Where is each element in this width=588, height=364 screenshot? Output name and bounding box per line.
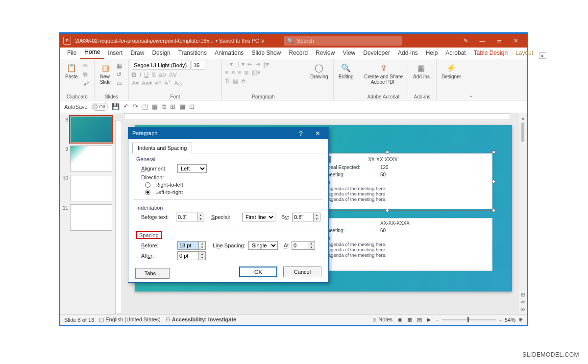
- grow-font-button[interactable]: A^: [155, 80, 162, 87]
- layout-icon[interactable]: ▦: [115, 62, 123, 70]
- at-input[interactable]: [292, 241, 308, 250]
- adobe-pdf-button[interactable]: ⇪Create and Share Adobe PDF: [362, 61, 405, 86]
- cut-icon[interactable]: ✂: [82, 62, 91, 70]
- notes-button[interactable]: ≣ Notes: [372, 316, 392, 323]
- next-slide-icon[interactable]: ≫: [520, 307, 525, 312]
- cancel-button[interactable]: Cancel: [283, 267, 321, 277]
- zoom-percent[interactable]: 54%: [505, 317, 515, 323]
- thumbnail-10[interactable]: [70, 175, 112, 201]
- highlight-button[interactable]: Aa▾: [142, 80, 152, 87]
- close-button[interactable]: ✕: [507, 38, 524, 44]
- prev-slide-icon[interactable]: ≪: [520, 299, 525, 305]
- search-box[interactable]: 🔍 Search: [284, 36, 402, 46]
- language-indicator[interactable]: ▢ English (United States): [99, 316, 161, 323]
- redo-icon[interactable]: ↷: [133, 103, 138, 110]
- tab-home[interactable]: Home: [80, 47, 104, 59]
- zoom-in-icon[interactable]: +: [499, 317, 502, 323]
- tabs-button[interactable]: Tabs...: [135, 268, 170, 279]
- align-center-button[interactable]: ≡: [231, 69, 235, 76]
- designer-button[interactable]: ⚡Designer: [440, 61, 463, 80]
- thumbnail-8[interactable]: [70, 116, 112, 143]
- normal-view-icon[interactable]: ▣: [397, 316, 402, 323]
- tab-draw[interactable]: Draw: [126, 48, 148, 59]
- dialog-titlebar[interactable]: Paragraph ? ✕: [128, 127, 328, 139]
- spacing-before-input[interactable]: [177, 241, 199, 250]
- zoom-control[interactable]: − + 54% ⊕: [436, 316, 523, 323]
- slide-counter[interactable]: Slide 8 of 13: [64, 317, 94, 323]
- drawing-button[interactable]: ◯Drawing: [308, 61, 330, 80]
- save-state[interactable]: • Saved to this PC ∨: [216, 38, 265, 44]
- align-text-button[interactable]: ▤: [233, 77, 238, 84]
- char-spacing-button[interactable]: AV: [169, 71, 177, 78]
- sorter-view-icon[interactable]: ▦: [407, 316, 412, 323]
- bold-button[interactable]: B: [132, 71, 136, 78]
- tab-slideshow[interactable]: Slide Show: [247, 48, 285, 59]
- fit-slide-icon[interactable]: ⊞: [521, 292, 525, 297]
- italic-button[interactable]: I: [139, 71, 141, 78]
- special-select[interactable]: First line: [242, 213, 275, 221]
- tab-developer[interactable]: Developer: [359, 48, 394, 59]
- slideshow-view-icon[interactable]: ▶: [427, 316, 431, 323]
- scroll-up-icon[interactable]: ▴: [522, 115, 524, 121]
- ribbon-overflow-icon[interactable]: ▸: [539, 52, 546, 59]
- clear-format-button[interactable]: A◇: [174, 80, 182, 87]
- by-spinner[interactable]: ▲▼: [314, 213, 320, 221]
- vertical-scrollbar[interactable]: ▴ ⊞ ≪ ≫: [519, 113, 527, 314]
- align-left-button[interactable]: ≡: [225, 69, 228, 76]
- smartart-button[interactable]: ⬘: [241, 77, 245, 84]
- at-spinner[interactable]: ▲▼: [308, 241, 315, 250]
- tab-transitions[interactable]: Transitions: [174, 48, 211, 59]
- by-input[interactable]: [292, 213, 314, 221]
- spacing-after-input[interactable]: [177, 251, 199, 260]
- font-family-input[interactable]: [132, 61, 191, 70]
- qat-icon-5[interactable]: ▦: [179, 103, 185, 110]
- reset-icon[interactable]: ↺: [115, 71, 123, 78]
- qat-icon-6[interactable]: ⊡: [189, 103, 195, 110]
- text-direction-button[interactable]: ⇅: [225, 77, 230, 84]
- indent-inc-button[interactable]: ⇥: [255, 61, 260, 68]
- fit-to-window-icon[interactable]: ⊕: [518, 316, 523, 323]
- dialog-help-button[interactable]: ?: [294, 130, 308, 137]
- before-text-input[interactable]: [176, 213, 197, 221]
- ltr-radio[interactable]: [145, 190, 150, 195]
- line-spacing-select[interactable]: Single: [248, 241, 278, 250]
- shrink-font-button[interactable]: A˅: [164, 80, 171, 87]
- font-size-input[interactable]: [192, 61, 205, 70]
- accessibility-indicator[interactable]: ⚇ Accessibility: Investigate: [166, 316, 237, 323]
- new-slide-button[interactable]: ▥New Slide: [98, 61, 113, 86]
- section-icon[interactable]: ▭: [115, 79, 123, 87]
- before-text-spinner[interactable]: ▲▼: [197, 213, 204, 221]
- format-painter-icon[interactable]: 🖌: [82, 79, 91, 87]
- tab-insert[interactable]: Insert: [104, 48, 126, 59]
- reading-view-icon[interactable]: ▤: [417, 316, 422, 323]
- spacing-before-spinner[interactable]: ▲▼: [199, 241, 206, 250]
- ok-button[interactable]: OK: [239, 267, 277, 277]
- qat-icon-2[interactable]: ▤: [152, 103, 158, 110]
- qat-icon-1[interactable]: ◳: [142, 103, 148, 110]
- qat-icon-3[interactable]: ⧉: [162, 103, 166, 111]
- dialog-close-button[interactable]: ✕: [311, 130, 324, 137]
- tab-view[interactable]: View: [339, 48, 359, 59]
- thumbnail-pane[interactable]: 8 9 10 11: [60, 113, 115, 314]
- tab-file[interactable]: File: [63, 48, 80, 59]
- tab-review[interactable]: Review: [312, 48, 339, 59]
- minimize-button[interactable]: —: [474, 38, 490, 44]
- indent-dec-button[interactable]: ⇤: [247, 61, 252, 68]
- bullets-button[interactable]: ≣▾: [225, 61, 233, 68]
- font-color-button[interactable]: A▾: [132, 80, 139, 87]
- zoom-out-icon[interactable]: −: [436, 317, 439, 323]
- columns-button[interactable]: ▥▾: [252, 69, 260, 76]
- tab-layout[interactable]: Layout: [512, 48, 537, 59]
- rtl-radio[interactable]: [145, 182, 150, 188]
- tab-addins[interactable]: Add-ins: [394, 48, 422, 59]
- spacing-after-spinner[interactable]: ▲▼: [199, 251, 206, 260]
- line-spacing-button[interactable]: ‖▾: [263, 61, 269, 68]
- restore-button[interactable]: ▭: [490, 38, 507, 44]
- qat-icon-4[interactable]: ⊞: [170, 103, 175, 110]
- editing-button[interactable]: 🔍Editing: [337, 61, 356, 80]
- shadow-button[interactable]: ab: [159, 71, 166, 78]
- addins-button[interactable]: ▦Add-ins: [411, 61, 432, 80]
- ribbon-mode-icon[interactable]: ✎: [457, 38, 474, 44]
- align-right-button[interactable]: ≡: [238, 69, 241, 76]
- dialog-tab-indents[interactable]: Indents and Spacing: [132, 143, 192, 153]
